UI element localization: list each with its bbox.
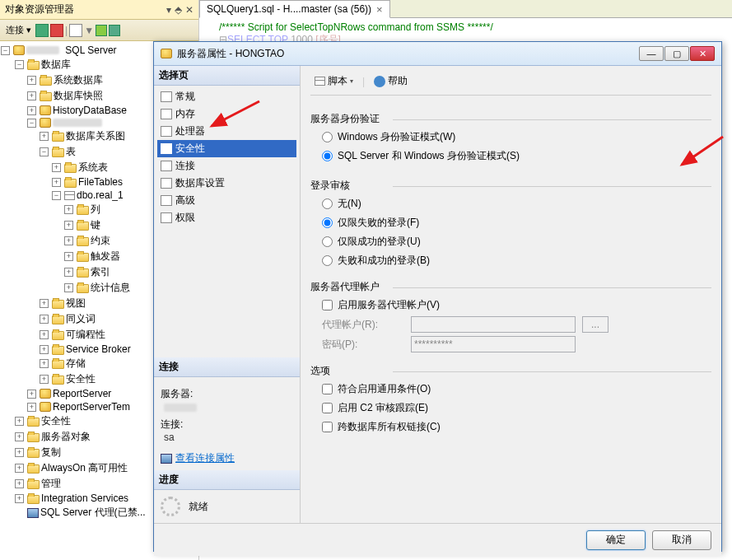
database-icon <box>40 389 51 399</box>
page-permissions[interactable]: 权限 <box>157 209 296 226</box>
proxy-browse-button: ... <box>582 316 608 333</box>
folder-icon <box>52 315 64 324</box>
database-icon <box>40 402 51 412</box>
view-connection-properties-link[interactable]: 查看连接属性 <box>175 451 235 465</box>
cancel-button[interactable]: 取消 <box>652 530 711 550</box>
close-icon[interactable]: ✕ <box>185 4 193 16</box>
folder-icon <box>52 331 64 340</box>
page-icon <box>161 212 172 223</box>
connection-header: 连接 <box>154 357 300 377</box>
page-security[interactable]: 安全性 <box>157 140 296 157</box>
audit-success-radio[interactable] <box>322 236 333 247</box>
options-section-title: 选项 <box>310 362 711 380</box>
page-icon <box>161 143 172 154</box>
minimize-button[interactable]: — <box>639 46 664 61</box>
page-icon <box>161 126 172 137</box>
link-icon <box>161 454 172 464</box>
opt-common-checkbox[interactable] <box>322 384 333 394</box>
ok-button[interactable]: 确定 <box>586 530 646 550</box>
proxy-password-input <box>411 336 576 352</box>
connection-label: 连接: <box>161 418 293 432</box>
audit-failed-row[interactable]: 仅限失败的登录(F) <box>310 213 711 232</box>
document-area: SQLQuery1.sql - H....master (sa (56)) × … <box>199 0 732 41</box>
dropdown-icon[interactable]: ▾ <box>166 4 171 16</box>
pin-icon[interactable]: ⬘ <box>175 4 182 16</box>
auth-mixed-row[interactable]: SQL Server 和 Windows 身份验证模式(S) <box>310 147 711 166</box>
auth-mixed-radio[interactable] <box>322 151 333 161</box>
folder-icon <box>52 148 64 157</box>
folder-icon <box>52 346 64 355</box>
maximize-button[interactable]: ▢ <box>664 46 689 61</box>
help-button[interactable]: 帮助 <box>370 72 412 90</box>
opt-crossdb-checkbox[interactable] <box>322 422 333 432</box>
opt-c2-row[interactable]: 启用 C2 审核跟踪(E) <box>310 399 711 418</box>
audit-none-row[interactable]: 无(N) <box>310 194 711 213</box>
dialog-left-pane: 选择页 常规 内存 处理器 安全性 连接 数据库设置 高级 权限 连接 服务器:… <box>154 66 301 523</box>
disconnect-icon[interactable] <box>50 24 63 37</box>
page-connections[interactable]: 连接 <box>157 157 296 175</box>
script-button[interactable]: 脚本▾ <box>310 72 357 90</box>
proxy-password-label: 密码(P): <box>322 338 404 352</box>
database-icon <box>40 118 51 128</box>
page-icon <box>161 161 172 171</box>
connection-info: 服务器: 连接: sa 查看连接属性 <box>154 377 300 470</box>
document-tab[interactable]: SQLQuery1.sql - H....master (sa (56)) × <box>199 0 390 18</box>
folder-icon <box>27 449 40 458</box>
toolbar-icon-1[interactable] <box>96 25 107 36</box>
proxy-enable-row[interactable]: 启用服务器代理帐户(V) <box>310 296 711 315</box>
dialog-toolbar: 脚本▾ | 帮助 <box>310 71 711 96</box>
folder-icon <box>77 206 89 215</box>
panel-titlebar: 对象资源管理器 ▾ ⬘ ✕ <box>0 0 198 20</box>
explorer-toolbar: 连接 ▾ | ▼ <box>0 20 198 41</box>
folder-icon <box>77 222 89 231</box>
help-icon <box>374 76 385 87</box>
server-label: 服务器: <box>161 387 293 401</box>
filter-icon[interactable]: ▼ <box>84 25 94 36</box>
proxy-section-title: 服务器代理帐户 <box>310 278 711 296</box>
close-button[interactable]: ✕ <box>690 46 715 61</box>
audit-both-radio[interactable] <box>322 255 333 266</box>
page-processors[interactable]: 处理器 <box>157 123 296 140</box>
folder-icon <box>64 179 77 188</box>
proxy-enable-checkbox[interactable] <box>322 300 333 310</box>
progress-header: 进度 <box>154 470 300 490</box>
opt-common-row[interactable]: 符合启用通用条件(O) <box>310 380 711 399</box>
page-icon <box>161 178 172 189</box>
page-database-settings[interactable]: 数据库设置 <box>157 175 296 192</box>
folder-icon <box>52 133 64 142</box>
auth-mixed-label: SQL Server 和 Windows 身份验证模式(S) <box>338 149 520 163</box>
folder-icon <box>52 360 64 369</box>
audit-failed-radio[interactable] <box>322 217 333 228</box>
toolbar-icon-2[interactable] <box>109 25 120 36</box>
audit-section-title: 登录审核 <box>310 177 711 194</box>
folder-icon <box>77 237 89 246</box>
audit-both-row[interactable]: 失败和成功的登录(B) <box>310 251 711 270</box>
connect-icon[interactable] <box>35 24 49 37</box>
code-comment: /****** Script for SelectTopNRows comman… <box>219 21 493 33</box>
server-icon <box>13 45 25 55</box>
folder-icon <box>77 253 89 262</box>
folder-icon <box>27 61 40 70</box>
connect-button[interactable]: 连接 ▾ <box>3 23 34 37</box>
progress-status: 就绪 <box>189 500 208 514</box>
agent-icon <box>27 508 39 518</box>
auth-windows-radio[interactable] <box>322 132 333 142</box>
page-advanced[interactable]: 高级 <box>157 192 296 209</box>
folder-icon <box>27 418 40 427</box>
refresh-icon[interactable] <box>69 24 82 37</box>
opt-c2-checkbox[interactable] <box>322 403 333 413</box>
tab-close-icon[interactable]: × <box>376 3 383 16</box>
opt-crossdb-row[interactable]: 跨数据库所有权链接(C) <box>310 418 711 436</box>
select-page-header: 选择页 <box>154 66 300 86</box>
folder-icon <box>77 268 89 278</box>
page-general[interactable]: 常规 <box>157 88 296 105</box>
progress-spinner-icon <box>161 497 180 516</box>
page-list[interactable]: 常规 内存 处理器 安全性 连接 数据库设置 高级 权限 <box>154 86 300 229</box>
audit-none-radio[interactable] <box>322 198 333 209</box>
folder-icon <box>40 92 52 101</box>
dialog-titlebar[interactable]: 服务器属性 - HONGTAO — ▢ ✕ <box>154 42 721 66</box>
audit-success-row[interactable]: 仅限成功的登录(U) <box>310 232 711 251</box>
progress-area: 就绪 <box>154 490 300 523</box>
page-memory[interactable]: 内存 <box>157 105 296 123</box>
auth-windows-row[interactable]: Windows 身份验证模式(W) <box>310 128 711 147</box>
